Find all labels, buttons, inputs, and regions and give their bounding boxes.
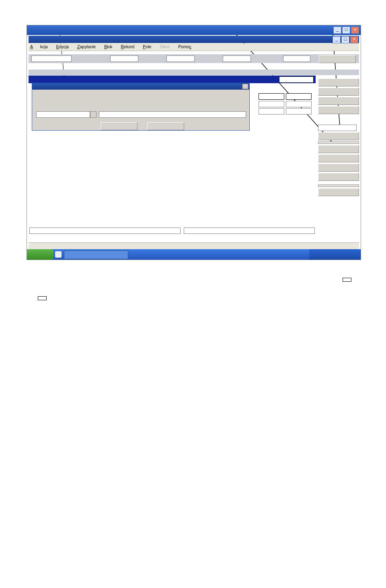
- ie-icon[interactable]: [55, 251, 62, 258]
- szukaj-po-indeksie-button[interactable]: [318, 106, 359, 114]
- start-button[interactable]: [27, 249, 53, 260]
- inner-maximize-icon[interactable]: □: [341, 36, 349, 43]
- filtruj-tip: [318, 141, 359, 144]
- rdp-titlebar: _ □ ×: [27, 25, 361, 35]
- menu-zapytanie[interactable]: Zapytanie: [77, 44, 96, 49]
- maximize-icon[interactable]: □: [342, 27, 350, 34]
- filtruj-po-jedn-button[interactable]: [318, 132, 359, 140]
- val-miejsce[interactable]: [283, 55, 310, 62]
- inner-minimize-icon[interactable]: _: [333, 36, 341, 43]
- osoby-row[interactable]: [29, 76, 316, 83]
- usun-button[interactable]: [318, 188, 359, 196]
- annot-kod-jednostki: [343, 278, 351, 282]
- wpis-wg-przedm-button[interactable]: [318, 173, 359, 181]
- menu-bar: Akcja Edycja Zapytanie Blok Rekord Pole …: [29, 43, 359, 51]
- filtruj-po-etapach-button[interactable]: [319, 55, 356, 63]
- page-footer: [27, 316, 359, 325]
- date-r2a[interactable]: [259, 101, 284, 107]
- date-r1a[interactable]: [259, 93, 284, 100]
- kod-jednostki-value[interactable]: [318, 125, 357, 131]
- popup-kod-picker-icon[interactable]: [90, 111, 96, 118]
- date-r1b[interactable]: [286, 93, 312, 100]
- protokoly-button[interactable]: [318, 154, 359, 162]
- popup-opis-input[interactable]: [99, 111, 246, 118]
- date-r3b[interactable]: [286, 108, 312, 115]
- filter-bar: [29, 54, 359, 63]
- usos-titlebar: _ □ ×: [29, 36, 359, 43]
- screenshot-container: _ □ × _ □ × Akcja Edycja Zapytanie Blok …: [27, 25, 361, 260]
- val-etap[interactable]: [166, 55, 195, 62]
- close-icon[interactable]: ×: [351, 27, 359, 34]
- system-tray: [309, 249, 361, 260]
- programy-osoby-button[interactable]: [318, 97, 359, 105]
- date-r2b[interactable]: [286, 101, 312, 107]
- popup-kod-input[interactable]: [36, 111, 90, 118]
- usuwanie-tip: [318, 184, 359, 187]
- jednostka-osoby-value: [279, 76, 314, 83]
- menu-pomoc[interactable]: Pomoc: [178, 44, 191, 49]
- inner-close-icon[interactable]: ×: [350, 36, 358, 43]
- popup-title: ×: [32, 83, 249, 90]
- przedmioty-button[interactable]: [318, 145, 359, 153]
- filter-popup: ×: [32, 83, 250, 131]
- menu-okno[interactable]: Okno: [160, 44, 170, 49]
- grupy-button[interactable]: [318, 164, 359, 172]
- zatwierdz-button[interactable]: [101, 122, 138, 130]
- menu-pole[interactable]: Pole: [143, 44, 151, 49]
- annotations: [27, 276, 359, 302]
- menu-edycja[interactable]: Edycja: [56, 44, 69, 49]
- anuluj-button[interactable]: [147, 122, 184, 130]
- val-jednostka[interactable]: [110, 55, 138, 62]
- popup-close-icon[interactable]: ×: [242, 84, 248, 89]
- taskbar-item[interactable]: [64, 250, 128, 259]
- annot-okienko: [38, 296, 47, 300]
- date-r3a[interactable]: [259, 108, 284, 115]
- val-program[interactable]: [31, 55, 72, 62]
- side-panel: [318, 78, 358, 197]
- menu-akcja[interactable]: Akcja: [30, 44, 48, 49]
- menu-rekord[interactable]: Rekord: [121, 44, 135, 49]
- val-cykl[interactable]: [223, 55, 251, 62]
- minimize-icon[interactable]: _: [333, 27, 341, 34]
- osoba-button[interactable]: [318, 88, 359, 96]
- osoby-header: [29, 70, 359, 75]
- opis-statusu-value[interactable]: [29, 227, 181, 234]
- filtr-button[interactable]: [318, 78, 359, 86]
- menu-blok[interactable]: Blok: [104, 44, 112, 49]
- taskbar: [27, 249, 361, 260]
- uzasadnienie-value[interactable]: [184, 227, 315, 234]
